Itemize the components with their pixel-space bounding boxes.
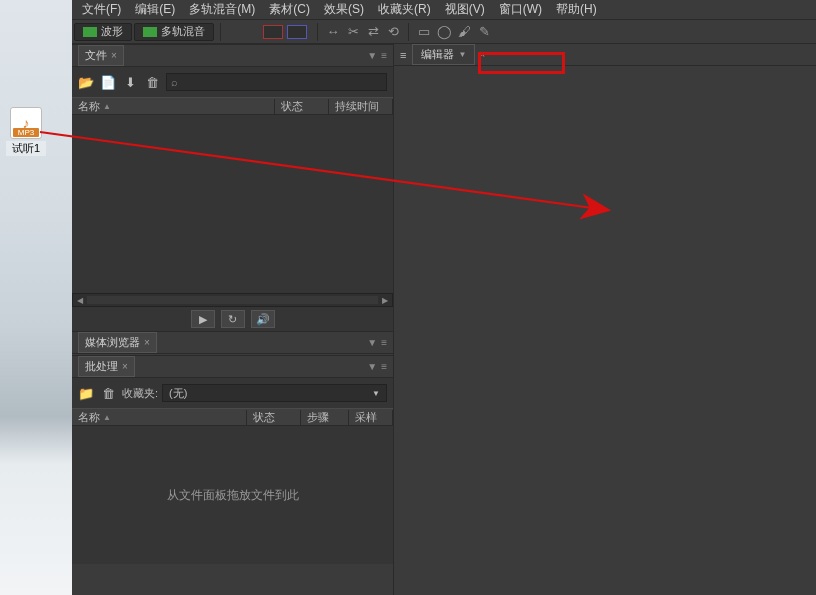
files-col-name[interactable]: 名称 ▲ <box>72 99 275 114</box>
batch-column-header: 名称 ▲ 状态 步骤 采样 <box>72 408 393 426</box>
tool-razor-icon[interactable]: ✂ <box>344 23 362 41</box>
loop-button[interactable]: ↻ <box>221 310 245 328</box>
media-browser-tab-label: 媒体浏览器 <box>85 335 140 350</box>
files-search-field[interactable]: ⌕ <box>166 73 387 91</box>
scrollbar-track[interactable] <box>87 296 378 304</box>
menu-favorites[interactable]: 收藏夹(R) <box>372 0 437 20</box>
files-col-status[interactable]: 状态 <box>275 99 329 114</box>
batch-col-status[interactable]: 状态 <box>247 410 301 425</box>
play-button[interactable]: ▶ <box>191 310 215 328</box>
batch-panel-header: 批处理 × ▼ ≡ <box>72 356 393 378</box>
menu-file[interactable]: 文件(F) <box>76 0 127 20</box>
menu-window[interactable]: 窗口(W) <box>493 0 548 20</box>
close-icon[interactable]: × <box>111 50 117 61</box>
desktop-file-label: 试听1 <box>6 141 46 156</box>
media-browser-panel: 媒体浏览器 × ▼ ≡ <box>72 331 393 355</box>
batch-drop-zone[interactable]: 从文件面板拖放文件到此 <box>72 426 393 564</box>
toolbar-separator <box>408 23 409 41</box>
tool-move-icon[interactable]: ↔ <box>324 23 342 41</box>
files-tab[interactable]: 文件 × <box>78 45 124 66</box>
menu-clip[interactable]: 素材(C) <box>263 0 316 20</box>
files-panel: 文件 × ▼ ≡ 📂 📄 ⬇ 🗑 ⌕ <box>72 44 393 331</box>
files-col-duration[interactable]: 持续时间 <box>329 99 393 114</box>
batch-col-name[interactable]: 名称 ▲ <box>72 410 247 425</box>
files-panel-header: 文件 × ▼ ≡ <box>72 45 393 67</box>
chevron-down-icon[interactable]: ▼ <box>367 361 377 372</box>
tool-slip-icon[interactable]: ⇄ <box>364 23 382 41</box>
mode-waveform-label: 波形 <box>101 24 123 39</box>
tool-brush-icon[interactable]: 🖌 <box>455 23 473 41</box>
mode-waveform[interactable]: 波形 <box>74 23 132 41</box>
tool-time-icon[interactable]: ⟲ <box>384 23 402 41</box>
desktop-file-mp3[interactable]: ♪ MP3 试听1 <box>6 107 46 156</box>
mode-multitrack-label: 多轨混音 <box>161 24 205 39</box>
menu-help[interactable]: 帮助(H) <box>550 0 603 20</box>
toolbar-separator <box>317 23 318 41</box>
media-browser-tab[interactable]: 媒体浏览器 × <box>78 332 157 353</box>
favorites-value: (无) <box>169 386 187 401</box>
tool-marquee-icon[interactable]: ▭ <box>415 23 433 41</box>
batch-col-step[interactable]: 步骤 <box>301 410 349 425</box>
right-column: ≡ 编辑器 ▼ × <box>394 44 816 595</box>
chevron-down-icon: ▼ <box>372 389 380 398</box>
import-icon[interactable]: ⬇ <box>122 75 138 90</box>
trash-icon[interactable]: 🗑 <box>144 75 160 90</box>
menu-view[interactable]: 视图(V) <box>439 0 491 20</box>
chevron-down-icon[interactable]: ▼ <box>367 50 377 61</box>
files-list-empty <box>72 115 393 293</box>
batch-panel-body: 📁 🗑 收藏夹: (无) ▼ <box>72 378 393 408</box>
file-type-badge: MP3 <box>13 128 39 137</box>
search-icon: ⌕ <box>171 76 178 88</box>
files-column-header: 名称 ▲ 状态 持续时间 <box>72 97 393 115</box>
files-hscrollbar[interactable]: ◀ ▶ <box>72 293 393 307</box>
batch-tab-label: 批处理 <box>85 359 118 374</box>
panel-menu-icon[interactable]: ≡ <box>381 361 387 372</box>
menu-effects[interactable]: 效果(S) <box>318 0 370 20</box>
tool-heal-icon[interactable]: ✎ <box>475 23 493 41</box>
favorites-select[interactable]: (无) ▼ <box>162 384 387 402</box>
menu-edit[interactable]: 编辑(E) <box>129 0 181 20</box>
workspace: 文件 × ▼ ≡ 📂 📄 ⬇ 🗑 ⌕ <box>72 44 816 595</box>
batch-tab[interactable]: 批处理 × <box>78 356 135 377</box>
toolbar-separator <box>220 23 221 41</box>
editor-tab[interactable]: 编辑器 ▼ <box>412 44 475 65</box>
folder-icon[interactable]: 📁 <box>78 386 94 401</box>
chevron-down-icon: ▼ <box>458 50 466 59</box>
tool-lasso-icon[interactable]: ◯ <box>435 23 453 41</box>
chevron-down-icon[interactable]: ▼ <box>367 337 377 348</box>
menu-multitrack[interactable]: 多轨混音(M) <box>183 0 261 20</box>
folder-open-icon[interactable]: 📂 <box>78 75 94 90</box>
files-action-bar: ▶ ↻ 🔊 <box>72 307 393 331</box>
media-browser-header: 媒体浏览器 × ▼ ≡ <box>72 332 393 354</box>
panel-menu-icon[interactable]: ≡ <box>400 49 406 61</box>
batch-toolbar: 📁 🗑 收藏夹: (无) ▼ <box>78 382 387 404</box>
files-panel-body: 📂 📄 ⬇ 🗑 ⌕ <box>72 67 393 97</box>
sort-asc-icon: ▲ <box>103 102 111 111</box>
files-search-input[interactable] <box>182 76 382 88</box>
trash-icon[interactable]: 🗑 <box>100 386 116 401</box>
new-file-icon[interactable]: 📄 <box>100 75 116 90</box>
batch-drop-hint: 从文件面板拖放文件到此 <box>167 487 299 504</box>
panel-menu-icon[interactable]: ≡ <box>381 50 387 61</box>
application-window: 文件(F) 编辑(E) 多轨混音(M) 素材(C) 效果(S) 收藏夹(R) 视… <box>72 0 816 595</box>
close-icon[interactable]: × <box>144 337 150 348</box>
menubar: 文件(F) 编辑(E) 多轨混音(M) 素材(C) 效果(S) 收藏夹(R) 视… <box>72 0 816 20</box>
main-toolbar: 波形 多轨混音 ↔ ✂ ⇄ ⟲ ▭ ◯ 🖌 ✎ <box>72 20 816 44</box>
panel-menu-icon[interactable]: ≡ <box>381 337 387 348</box>
favorites-label: 收藏夹: <box>122 386 158 401</box>
multitrack-glyph-icon <box>143 27 157 37</box>
scroll-right-icon[interactable]: ▶ <box>380 295 390 305</box>
batch-panel: 批处理 × ▼ ≡ 📁 🗑 收藏夹: (无) <box>72 355 393 564</box>
files-tab-label: 文件 <box>85 48 107 63</box>
batch-col-sample[interactable]: 采样 <box>349 410 393 425</box>
left-column: 文件 × ▼ ≡ 📂 📄 ⬇ 🗑 ⌕ <box>72 44 394 595</box>
editor-tabrow: ≡ 编辑器 ▼ × <box>394 44 816 66</box>
close-icon[interactable]: × <box>479 49 485 60</box>
files-toolbar: 📂 📄 ⬇ 🗑 ⌕ <box>78 71 387 93</box>
mode-multitrack[interactable]: 多轨混音 <box>134 23 214 41</box>
mp3-file-icon: ♪ MP3 <box>10 107 42 139</box>
autoplay-button[interactable]: 🔊 <box>251 310 275 328</box>
close-icon[interactable]: × <box>122 361 128 372</box>
scroll-left-icon[interactable]: ◀ <box>75 295 85 305</box>
editor-empty-area[interactable] <box>394 66 816 595</box>
